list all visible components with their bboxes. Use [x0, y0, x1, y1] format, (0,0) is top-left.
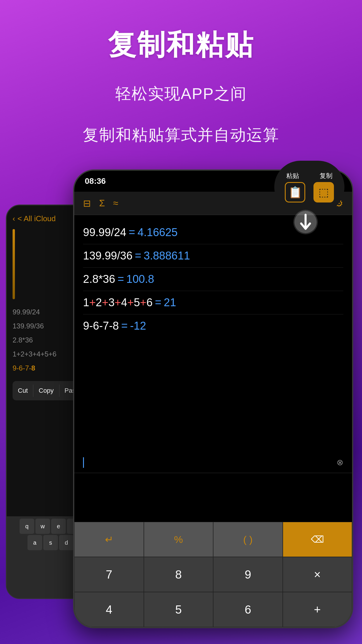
calc-eq-5: = [121, 320, 128, 332]
keypad-row-456: 4 5 6 + [74, 592, 352, 627]
key-5[interactable]: 5 [144, 592, 213, 627]
calc-result-1: 4.16625 [137, 226, 177, 239]
copy-button[interactable]: Copy [33, 385, 59, 397]
input-row[interactable]: ⊗ [74, 452, 352, 473]
calc-eq-2: = [135, 250, 141, 262]
bubble-icons-panel: 粘贴 复制 📋 ⬚ [274, 161, 344, 213]
calc-result-5: -12 [130, 320, 146, 332]
paste-icon[interactable]: 📋 [285, 182, 305, 202]
calc-expr-1: 99.99/24 [83, 226, 126, 239]
calc-expr-3: 2.8*36 [83, 273, 115, 285]
keypad-row-special: ↵ % ( ) ⌫ [74, 522, 352, 557]
key-6[interactable]: 6 [213, 592, 283, 627]
hero-subtitle-line1: 轻松实现APP之间 [0, 82, 362, 105]
key-plus[interactable]: + [283, 592, 352, 627]
calc-result-2: 3.888611 [144, 250, 190, 262]
calc-row-4: 1+2+3+4+5+6 = 21 [83, 291, 343, 314]
calc-expr-4: 1+2+3+4+5+6 [83, 296, 153, 309]
key-8[interactable]: 8 [144, 557, 213, 592]
calc-eq-4: = [155, 296, 161, 309]
calc-expr-2: 139.99/36 [83, 250, 132, 262]
key-4[interactable]: 4 [74, 592, 144, 627]
calc-result-4: 21 [164, 296, 176, 309]
key-7[interactable]: 7 [74, 557, 144, 592]
key-9[interactable]: 9 [213, 557, 283, 592]
arrow-indicator [292, 209, 319, 236]
cut-button[interactable]: Cut [13, 385, 33, 397]
status-time: 08:36 [85, 176, 106, 186]
hero-subtitle-line2: 复制和粘贴算式并自动运算 [0, 123, 362, 147]
dynamic-island [193, 176, 234, 187]
clear-input-button[interactable]: ⊗ [337, 458, 343, 467]
calc-row-2: 139.99/36 = 3.888611 [83, 244, 343, 268]
key-percent[interactable]: % [144, 522, 213, 557]
calculator-icon[interactable]: ⊟ [83, 198, 91, 209]
text-cursor [83, 457, 84, 468]
phones-area: 粘贴 复制 📋 ⬚ ‹ < All iCloud 99.99/24 [0, 152, 362, 644]
sigma-icon[interactable]: Σ [99, 198, 105, 209]
key-parens[interactable]: ( ) [213, 522, 283, 557]
foreground-phone: 08:36 👤 ▲▲▲ ⊃⊃ ⊟ Σ ≈ 📋 ⬚ ⚙ [73, 169, 353, 628]
keypad-row-789: 7 8 9 × [74, 557, 352, 592]
hero-title: 复制和粘贴 [0, 0, 362, 64]
copy-label: 复制 [320, 172, 332, 180]
key-delete[interactable]: ⌫ [283, 522, 352, 557]
key-multiply[interactable]: × [283, 557, 352, 592]
calc-row-5: 9-6-7-8 = -12 [83, 314, 343, 337]
key-enter[interactable]: ↵ [74, 522, 144, 557]
paste-label: 粘贴 [286, 172, 299, 180]
copy-icon[interactable]: ⬚ [313, 182, 334, 202]
calc-result-3: 100.8 [126, 273, 154, 285]
approx-icon[interactable]: ≈ [113, 198, 118, 209]
calc-expr-5: 9-6-7-8 [83, 320, 119, 332]
calc-eq-1: = [129, 226, 135, 239]
calc-eq-3: = [118, 273, 124, 285]
keypad-area: ↵ % ( ) ⌫ 7 8 9 × 4 5 6 + [74, 522, 352, 627]
calc-row-3: 2.8*36 = 100.8 [83, 268, 343, 291]
bg-timeline [13, 229, 15, 299]
